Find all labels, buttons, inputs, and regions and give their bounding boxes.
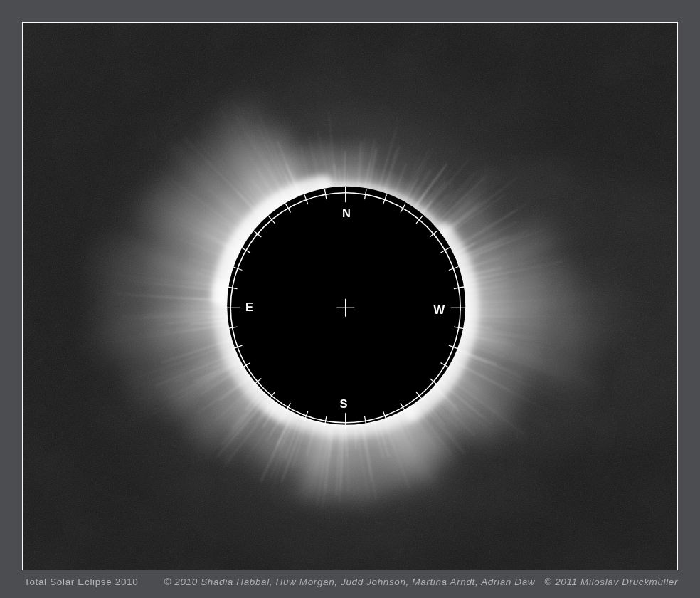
svg-text:E: E	[245, 300, 253, 313]
svg-text:S: S	[339, 397, 347, 410]
svg-text:N: N	[342, 206, 351, 219]
svg-text:W: W	[434, 303, 445, 316]
